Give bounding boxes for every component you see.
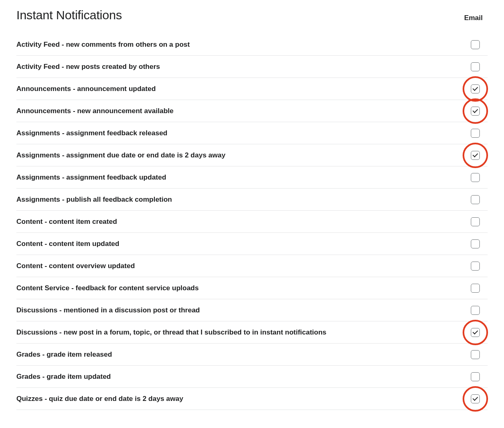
notification-label: Announcements - new announcement availab… bbox=[16, 107, 463, 115]
checkbox-cell bbox=[463, 151, 488, 160]
notification-label: Content Service - feedback for content s… bbox=[16, 284, 463, 292]
notification-label: Content - content item created bbox=[16, 218, 463, 226]
checkbox-cell bbox=[463, 129, 488, 138]
notification-row: Grades - grade item released bbox=[16, 344, 488, 366]
notification-row: Quizzes - quiz due date or end date is 2… bbox=[16, 388, 488, 410]
email-checkbox[interactable] bbox=[471, 328, 480, 337]
section-title: Instant Notifications bbox=[16, 8, 122, 22]
notification-label: Discussions - new post in a forum, topic… bbox=[16, 328, 463, 337]
notification-row: Assignments - assignment feedback update… bbox=[16, 166, 488, 189]
checkbox-cell bbox=[463, 217, 488, 226]
notification-label: Assignments - assignment feedback releas… bbox=[16, 129, 463, 137]
email-checkbox[interactable] bbox=[471, 284, 480, 293]
email-checkbox[interactable] bbox=[471, 372, 480, 381]
notification-label: Quizzes - quiz due date or end date is 2… bbox=[16, 395, 463, 403]
notification-row: Assignments - publish all feedback compl… bbox=[16, 189, 488, 211]
notification-row: Content Service - feedback for content s… bbox=[16, 277, 488, 299]
email-checkbox[interactable] bbox=[471, 151, 480, 160]
checkbox-cell bbox=[463, 262, 488, 271]
notification-label: Grades - grade item released bbox=[16, 351, 463, 359]
notification-label: Assignments - publish all feedback compl… bbox=[16, 196, 463, 204]
notification-row: Activity Feed - new posts created by oth… bbox=[16, 56, 488, 78]
checkbox-cell bbox=[463, 394, 488, 403]
email-checkbox[interactable] bbox=[471, 107, 480, 116]
email-checkbox[interactable] bbox=[471, 350, 480, 359]
notification-row: Discussions - mentioned in a discussion … bbox=[16, 299, 488, 321]
email-checkbox[interactable] bbox=[471, 129, 480, 138]
notification-row: Content - content overview updated bbox=[16, 255, 488, 277]
notification-label: Announcements - announcement updated bbox=[16, 85, 463, 93]
notification-row: Activity Feed - new comments from others… bbox=[16, 34, 488, 56]
notifications-header: Instant Notifications Email bbox=[16, 8, 488, 22]
notification-row: Assignments - assignment feedback releas… bbox=[16, 122, 488, 144]
checkbox-cell bbox=[463, 239, 488, 248]
email-checkbox[interactable] bbox=[471, 306, 480, 315]
email-checkbox[interactable] bbox=[471, 173, 480, 182]
notification-label: Activity Feed - new comments from others… bbox=[16, 41, 463, 49]
email-checkbox[interactable] bbox=[471, 40, 480, 49]
email-checkbox[interactable] bbox=[471, 239, 480, 248]
email-checkbox[interactable] bbox=[471, 84, 480, 93]
notification-row: Assignments - assignment due date or end… bbox=[16, 144, 488, 166]
checkbox-cell bbox=[463, 306, 488, 315]
notification-label: Discussions - mentioned in a discussion … bbox=[16, 306, 463, 314]
checkbox-cell bbox=[463, 62, 488, 71]
checkbox-cell bbox=[463, 372, 488, 381]
email-column-header: Email bbox=[464, 14, 488, 22]
checkbox-cell bbox=[463, 328, 488, 337]
checkbox-cell bbox=[463, 84, 488, 93]
checkbox-cell bbox=[463, 40, 488, 49]
notification-row: Discussions - new post in a forum, topic… bbox=[16, 321, 488, 344]
notification-row: Grades - grade item updated bbox=[16, 366, 488, 388]
notification-label: Content - content item updated bbox=[16, 240, 463, 248]
notification-label: Grades - grade item updated bbox=[16, 373, 463, 381]
notification-row: Announcements - new announcement availab… bbox=[16, 100, 488, 122]
notification-label: Assignments - assignment feedback update… bbox=[16, 173, 463, 182]
checkbox-cell bbox=[463, 350, 488, 359]
notification-row: Content - content item updated bbox=[16, 233, 488, 255]
notification-label: Content - content overview updated bbox=[16, 262, 463, 270]
notification-label: Assignments - assignment due date or end… bbox=[16, 151, 463, 159]
checkbox-cell bbox=[463, 195, 488, 204]
checkbox-cell bbox=[463, 173, 488, 182]
notification-label: Activity Feed - new posts created by oth… bbox=[16, 63, 463, 71]
email-checkbox[interactable] bbox=[471, 195, 480, 204]
email-checkbox[interactable] bbox=[471, 262, 480, 271]
notification-row: Announcements - announcement updated bbox=[16, 78, 488, 100]
notifications-list: Activity Feed - new comments from others… bbox=[16, 34, 488, 410]
email-checkbox[interactable] bbox=[471, 394, 480, 403]
checkbox-cell bbox=[463, 284, 488, 293]
email-checkbox[interactable] bbox=[471, 217, 480, 226]
notification-row: Content - content item created bbox=[16, 211, 488, 233]
email-checkbox[interactable] bbox=[471, 62, 480, 71]
checkbox-cell bbox=[463, 107, 488, 116]
